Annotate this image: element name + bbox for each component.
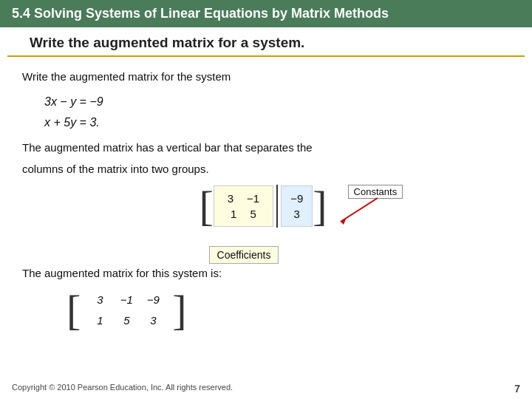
equation-2: x + 5y = 3. <box>44 112 510 134</box>
augmented-matrix-diagram: [ 3 −1 1 5 −9 3 ] <box>199 185 327 228</box>
equation-system: 3x − y = −9 x + 5y = 3. <box>44 92 510 134</box>
final-left-bracket: [ <box>66 289 81 332</box>
cell-1-2: 3 <box>150 314 156 327</box>
coefficients-label-box: Coefficients <box>209 246 279 264</box>
page-number: 7 <box>514 383 520 395</box>
coeff-r2c2: 5 <box>250 208 256 220</box>
coeff-r1c2: −1 <box>247 192 259 205</box>
cell-1-1: 5 <box>123 314 129 327</box>
slide-header: 5.4 Solving Systems of Linear Equations … <box>0 0 532 27</box>
right-bracket: ] <box>313 185 327 228</box>
slide-footer: Copyright © 2010 Pearson Education, Inc.… <box>0 383 532 395</box>
cell-0-2: −9 <box>147 293 160 306</box>
coefficients-label-area: Coefficients <box>22 248 510 261</box>
header-title: 5.4 Solving Systems of Linear Equations … <box>12 6 389 21</box>
constants-section: −9 3 <box>281 185 313 227</box>
matrix-grid: 3 −1 −9 1 5 3 <box>81 287 172 334</box>
subtitle-text: Write the augmented matrix for a system. <box>30 35 304 50</box>
coeff-r1c1: 3 <box>228 192 233 205</box>
const-r1: −9 <box>290 192 303 205</box>
final-right-bracket: ] <box>172 289 186 332</box>
cell-0-1: −1 <box>120 293 133 306</box>
const-r2: 3 <box>294 208 300 220</box>
coefficients-section: 3 −1 1 5 <box>214 185 273 227</box>
slide-content: Write the augmented matrix for the syste… <box>0 57 532 334</box>
copyright-text: Copyright © 2010 Pearson Education, Inc.… <box>12 383 233 395</box>
desc-line-2: columns of the matrix into two groups. <box>22 161 510 178</box>
intro-text: Write the augmented matrix for the syste… <box>22 69 510 86</box>
equation-1: 3x − y = −9 <box>44 92 510 113</box>
coeff-r2c1: 1 <box>231 208 236 220</box>
matrix-divider <box>276 185 278 228</box>
cell-1-0: 1 <box>97 314 103 327</box>
arrow-diagram <box>333 185 400 244</box>
desc-line-1: The augmented matrix has a vertical bar … <box>22 140 510 157</box>
left-bracket: [ <box>199 185 213 228</box>
cell-0-0: 3 <box>97 293 103 306</box>
final-matrix: [ 3 −1 −9 1 5 3 ] <box>66 287 510 334</box>
final-intro-text: The augmented matrix for this system is: <box>22 265 510 282</box>
slide-subtitle: Write the augmented matrix for a system. <box>7 27 525 57</box>
